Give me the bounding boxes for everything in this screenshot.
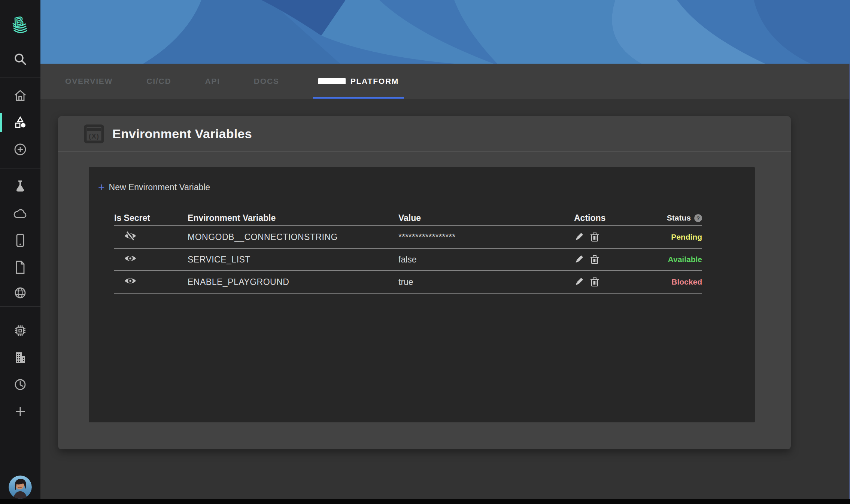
sidebar-item-files[interactable] [0,254,40,281]
user-avatar[interactable] [9,476,32,499]
avatar-photo [9,476,32,499]
page-content: (X) Environment Variables + New Environm… [40,99,850,499]
table-row: ENABLE_PLAYGROUND true [114,271,702,294]
tab-overview[interactable]: OVERVIEW [65,64,113,99]
banner-abstract-graphic [40,0,850,64]
header-banner [40,0,850,64]
sidebar-item-compute[interactable] [0,317,40,344]
card-header: (X) Environment Variables [58,116,791,152]
env-var-value: false [398,255,574,265]
tab-platform[interactable]: PLATFORM [313,64,404,99]
header-status-label: Status [667,213,691,222]
sidebar-divider [0,168,40,168]
env-var-value: ***************** [398,232,574,242]
tab-api[interactable]: API [205,64,220,99]
brand-mark [318,78,346,84]
shapes-icon [13,116,27,129]
sidebar-item-home[interactable] [0,82,40,109]
env-variables-icon: (X) [83,123,105,145]
plus-icon [14,406,26,418]
header-actions: Actions [574,213,666,223]
tab-docs[interactable]: DOCS [254,64,279,99]
home-icon [13,89,27,102]
env-var-name: SERVICE_LIST [188,255,398,265]
svg-text:B: B [12,15,25,30]
env-var-value: true [398,277,574,287]
delete-trash-icon[interactable] [590,254,599,265]
status-badge: Available [668,255,702,264]
env-var-name: MONGODB__CONNECTIONSTRING [188,232,398,242]
table-row: MONGODB__CONNECTIONSTRING **************… [114,226,702,249]
edit-pencil-icon[interactable] [574,255,584,264]
globe-icon [13,286,27,300]
new-environment-variable-button[interactable]: + New Environment Variable [98,181,755,193]
sidebar-item-search[interactable] [0,47,40,71]
header-is-secret: Is Secret [114,213,188,223]
sidebar-item-experiments[interactable] [0,173,40,200]
tab-cicd[interactable]: CI/CD [146,64,171,99]
bottom-edge-bar [0,499,850,504]
table-row: SERVICE_LIST false [114,249,702,271]
plus-circle-icon [13,143,27,156]
cloud-icon [13,207,28,219]
plus-icon: + [98,182,105,193]
status-badge: Blocked [671,277,702,286]
stacked-layers-logo-icon: B [9,15,31,38]
flask-icon [13,180,27,193]
header-value: Value [398,213,574,223]
edit-pencil-icon[interactable] [574,232,584,242]
sidebar-item-organization[interactable] [0,344,40,371]
search-icon [13,52,27,66]
eye-icon[interactable] [124,254,137,263]
sidebar-item-history[interactable] [0,371,40,398]
active-item-indicator [0,113,2,132]
sidebar-item-web[interactable] [0,281,40,305]
status-help-icon[interactable]: ? [694,214,702,222]
env-variables-table: Is Secret Environment Variable Value Act… [114,210,702,294]
page-title: Environment Variables [112,127,252,141]
sidebar-item-components[interactable] [0,109,40,136]
sidebar-divider [0,306,40,307]
left-sidebar: B [0,0,40,504]
status-badge: Pending [671,233,702,242]
tab-platform-label: PLATFORM [350,77,399,86]
delete-trash-icon[interactable] [590,232,599,242]
sidebar-item-create[interactable] [0,136,40,163]
mobile-phone-icon [14,233,27,248]
clock-icon [13,378,27,391]
delete-trash-icon[interactable] [590,277,599,287]
sidebar-item-mobile[interactable] [0,227,40,254]
sidebar-item-cloud[interactable] [0,200,40,227]
sidebar-divider [0,467,40,467]
variables-panel: + New Environment Variable Is Secret Env… [89,167,755,422]
header-environment-variable: Environment Variable [188,213,398,223]
header-status: Status ? [667,213,702,222]
cpu-chip-icon [13,324,27,338]
table-header-row: Is Secret Environment Variable Value Act… [114,210,702,226]
eye-icon[interactable] [124,276,137,285]
environment-variables-card: (X) Environment Variables + New Environm… [58,116,791,449]
sidebar-item-add[interactable] [0,398,40,425]
file-icon [14,260,27,274]
app-logo[interactable]: B [0,14,40,38]
eye-off-icon[interactable] [124,231,137,240]
svg-text:(X): (X) [89,132,99,140]
edit-pencil-icon[interactable] [574,277,584,287]
sidebar-divider [0,77,40,78]
application-window: OVERVIEW CI/CD API DOCS PLATFORM (X) Env… [0,0,850,504]
new-environment-variable-label: New Environment Variable [109,182,210,192]
env-var-name: ENABLE_PLAYGROUND [188,277,398,287]
building-icon [13,351,27,364]
tab-bar: OVERVIEW CI/CD API DOCS PLATFORM [40,64,850,99]
